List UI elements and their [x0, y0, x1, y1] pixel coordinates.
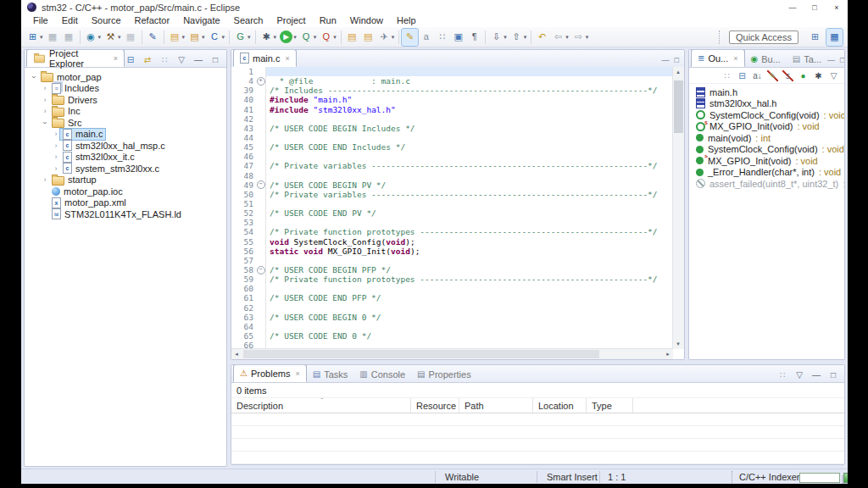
code-line[interactable]: 52/* USER CODE END PV */	[231, 208, 673, 218]
last-edit-location-button[interactable]: ↶	[534, 29, 550, 46]
code-line[interactable]: 40#include "main.h"	[231, 95, 673, 104]
menu-run[interactable]: Run	[313, 14, 343, 27]
tree-item-inc[interactable]: ›Inc	[25, 106, 226, 118]
tab-project-explorer[interactable]: Project Explorer ×	[26, 49, 125, 67]
tree-item-src[interactable]: ›Src	[25, 117, 226, 129]
bottom-tab-problems[interactable]: ⚠Problems×	[233, 364, 307, 382]
code-line[interactable]: 64	[231, 322, 673, 331]
build-all-button[interactable]: ◉▾	[83, 29, 103, 46]
tree-item-motor-pap-ioc[interactable]: motor_pap.ioc	[25, 186, 226, 197]
outline-item[interactable]: sMX_GPIO_Init(void) : void	[689, 121, 844, 133]
editor-vertical-scrollbar[interactable]: ▴ ▾	[672, 67, 684, 349]
close-button[interactable]: ×	[826, 1, 848, 14]
menu-source[interactable]: Source	[85, 14, 128, 27]
focus-icon[interactable]: ∷	[159, 53, 170, 65]
code-line[interactable]: 50/* Private variables -----------------…	[231, 190, 673, 199]
coverage-button[interactable]: Q▾	[318, 29, 338, 46]
bottom-tab-console[interactable]: ▥Console	[353, 366, 411, 382]
dropdown-arrow-icon[interactable]: ▾	[40, 34, 43, 41]
show-whitespace-button[interactable]: ¶	[466, 29, 482, 46]
minimize-icon[interactable]: —	[192, 53, 204, 65]
new-c-file-button[interactable]: C▾	[207, 29, 227, 46]
mark-occurrences-button[interactable]: ✎	[402, 29, 418, 46]
outline-item[interactable]: main.h	[689, 86, 844, 98]
expand-arrow-icon[interactable]: ›	[41, 175, 49, 184]
code-line[interactable]: 44	[231, 133, 673, 142]
launch-tool-button[interactable]: ✈▾	[376, 29, 397, 46]
expand-arrow-icon[interactable]: ›	[52, 130, 60, 138]
column-header-location[interactable]: Location	[533, 398, 587, 413]
focus-icon[interactable]: ∷	[721, 70, 732, 81]
profile-button[interactable]: Q▾	[298, 29, 319, 46]
dropdown-arrow-icon[interactable]: ▾	[222, 34, 225, 41]
outline-tab-ta[interactable]: ▤Ta...	[787, 51, 827, 67]
tab-main-c[interactable]: c main.c ×	[233, 49, 297, 67]
link-with-editor-icon[interactable]: ⇄	[142, 53, 153, 65]
next-annotation-button[interactable]: ⇩▾	[488, 29, 509, 46]
outline-tab-ou[interactable]: ≣Ou...×	[691, 49, 745, 67]
bottom-tab-properties[interactable]: ▤Properties	[411, 366, 477, 382]
tree-item-stm32l0xx-hal-msp-c[interactable]: ›cstm32l0xx_hal_msp.c	[25, 140, 226, 152]
code-line[interactable]: 65/* USER CODE END 0 */	[231, 331, 673, 341]
code-line[interactable]: 55void SystemClock_Config(void);	[231, 237, 673, 247]
maximize-icon[interactable]: □	[209, 53, 221, 65]
editor-horizontal-scrollbar[interactable]: ◂ ▸	[231, 348, 673, 359]
sort-alpha-icon[interactable]: a↓	[752, 70, 763, 81]
dropdown-arrow-icon[interactable]: ▾	[392, 34, 395, 41]
new-wizard-button[interactable]: ⊞▾	[25, 29, 45, 46]
tree-item-system-stm32l0xx-c[interactable]: ›csystem_stm32l0xx.c	[25, 163, 226, 175]
table-row[interactable]	[231, 426, 844, 439]
show-public-icon[interactable]: ●	[798, 70, 809, 81]
hide-fields-icon[interactable]: ✎	[767, 70, 778, 81]
expand-arrow-icon[interactable]: ›	[52, 152, 60, 161]
close-icon[interactable]: ×	[285, 54, 289, 63]
menu-navigate[interactable]: Navigate	[176, 14, 226, 27]
menu-edit[interactable]: Edit	[55, 14, 85, 27]
back-button[interactable]: ⇦▾	[550, 29, 570, 46]
outline-item[interactable]: assert_failed(uint8_t*, uint32_t) : void	[689, 178, 844, 190]
table-row[interactable]	[231, 439, 844, 452]
collapse-arrow-icon[interactable]: ›	[30, 73, 38, 81]
dropdown-arrow-icon[interactable]: ▾	[504, 34, 507, 41]
horizontal-scroll-thumb[interactable]	[243, 350, 599, 358]
fold-collapse-icon[interactable]: −	[257, 266, 265, 274]
view-menu-icon[interactable]: ▽	[793, 369, 805, 380]
fold-expand-icon[interactable]: +	[257, 77, 265, 86]
dropdown-arrow-icon[interactable]: ▾	[524, 34, 527, 41]
code-line[interactable]: 4+ * @file : main.c	[231, 76, 673, 86]
forward-button[interactable]: ⇨▾	[570, 29, 591, 46]
tree-item-motor-pap[interactable]: ›motor_pap	[25, 71, 226, 83]
close-icon[interactable]: ×	[114, 54, 118, 63]
expand-arrow-icon[interactable]: ›	[41, 84, 49, 92]
scroll-left-icon[interactable]: ◂	[231, 349, 242, 359]
maximize-icon[interactable]: □	[827, 369, 839, 380]
code-line[interactable]: 60	[231, 284, 673, 293]
collapse-all-icon[interactable]: ⊟	[737, 70, 748, 81]
table-row[interactable]	[231, 413, 844, 426]
code-line[interactable]: 1	[231, 67, 673, 76]
code-line[interactable]: 63/* USER CODE BEGIN 0 */	[231, 313, 673, 322]
view-menu-icon[interactable]: ▽	[175, 53, 187, 65]
hide-macros-icon[interactable]: ✱	[813, 70, 824, 81]
column-header-path[interactable]: Path	[459, 398, 533, 413]
quick-access-button[interactable]: Quick Access	[729, 30, 798, 44]
expand-arrow-icon[interactable]: ›	[41, 107, 49, 115]
expand-arrow-icon[interactable]: ›	[52, 141, 60, 150]
tree-item-main-c[interactable]: ›cmain.c	[25, 129, 226, 141]
scroll-up-icon[interactable]: ▴	[673, 67, 683, 77]
close-icon[interactable]: ×	[733, 54, 737, 63]
code-line[interactable]: 62	[231, 303, 673, 313]
tree-item-includes[interactable]: ›≡Includes	[25, 83, 226, 95]
new-cpp-project-button[interactable]: ▤▾	[186, 29, 207, 46]
code-line[interactable]: 61/* USER CODE END PFP */	[231, 293, 673, 302]
outline-tab-bu[interactable]: ◉Bu...	[745, 51, 787, 67]
generate-code-button[interactable]: G▾	[232, 29, 253, 46]
cpp-perspective-button[interactable]: ▦	[826, 29, 843, 46]
tree-item-startup[interactable]: ›startup	[25, 175, 226, 186]
dropdown-arrow-icon[interactable]: ▾	[565, 34, 569, 41]
code-line[interactable]: 39/* Includes --------------------------…	[231, 86, 673, 95]
dropdown-arrow-icon[interactable]: ▾	[293, 34, 297, 41]
code-line[interactable]: 47/* Private variables -----------------…	[231, 161, 673, 170]
code-line[interactable]: 45/* USER CODE END Includes */	[231, 142, 673, 152]
tree-item-stm32l011k4tx-flash-ld[interactable]: ldSTM32L011K4Tx_FLASH.ld	[25, 208, 226, 220]
